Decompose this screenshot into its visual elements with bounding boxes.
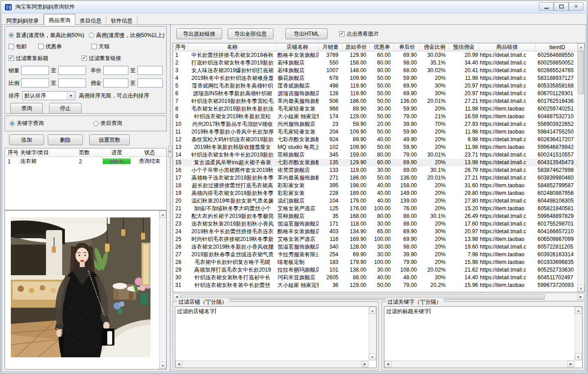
tab-2[interactable]: 类目信息 [75, 15, 106, 25]
photo-scrollbar[interactable] [159, 211, 166, 369]
column-header-price[interactable]: 原始单价 [343, 43, 370, 51]
table-row[interactable]: 30针织连衣裙女装秋冬打底衫中长珂莉米亚旗舰店260588.0040.0048.… [173, 274, 584, 282]
commission-max-input[interactable] [137, 78, 163, 88]
filter-shop-textarea[interactable]: 过滤的店铺名字 [175, 306, 377, 368]
table-row[interactable]: 21加绒/不加绒秋冬季大码蕾丝小个艾格女装严选店125176.00100.007… [173, 205, 584, 212]
table-row[interactable]: 112019秋冬季新款小香风中长款加厚毛毛家轻奢女装204109.9050.00… [173, 128, 584, 136]
tab-1[interactable]: 商品查询 [44, 14, 75, 25]
scroll-down-icon[interactable] [369, 353, 376, 360]
close-button[interactable]: ✕ [569, 2, 583, 11]
column-header-ratio[interactable]: 佣金比例 [420, 43, 449, 51]
column-header-after-price[interactable]: 券后价 [394, 43, 420, 51]
scroll-up-icon[interactable] [575, 307, 582, 314]
stop-button[interactable]: 停止 [49, 103, 82, 114]
table-row[interactable]: 18超长款过膝拼接蕾丝打底毛衣裙高彩彩家女装395198.0040.00158.… [173, 182, 584, 189]
table-row[interactable]: 3女人味连衣裙2019爆款针织打底裙若绎旗舰店1007148.0080.0068… [173, 67, 584, 74]
scroll-down-icon[interactable] [578, 285, 584, 292]
export-html-button[interactable]: 导出HTML [285, 28, 328, 39]
sort-dropdown[interactable]: 默认排序 ▼ [22, 91, 75, 100]
column-header-commission[interactable]: 预估佣金 [449, 43, 479, 51]
table-row[interactable]: 22配大衣的长裙子2019新款冬季极简茁棉旗舰店35168.0080.0088.… [173, 212, 584, 220]
scroll-down-icon[interactable] [160, 362, 166, 369]
maximize-button[interactable] [554, 2, 569, 11]
column-header-name[interactable]: 名称 [188, 43, 277, 51]
column-header-link[interactable]: 商品链接 [479, 43, 536, 51]
scroll-right-icon[interactable] [567, 361, 574, 367]
table-row[interactable]: 28毛衣裙中长款针织复古格子毛呢喵老板定制183179.90100.0079.9… [173, 259, 584, 266]
table-row[interactable]: 242019秋冬中长款蕾丝拼接毛衣连衣酷格丰女装旗舰店403134.9065.0… [173, 228, 584, 235]
query-button[interactable]: 查询 [10, 103, 43, 114]
scroll-up-icon[interactable] [160, 211, 166, 218]
splitter-collapse-button[interactable]: < [168, 146, 172, 157]
price-min-input[interactable] [103, 66, 128, 75]
table-row[interactable]: 26连衣裙女2019秋冬新款小香风收腰笛溢茗服饰旗舰店340128.0030.0… [173, 243, 584, 251]
table-horizontal-scrollbar[interactable] [173, 293, 585, 300]
column-header-sales[interactable]: 月销量 [319, 43, 343, 51]
radio-normal-mode[interactable] [9, 32, 14, 38]
tab-3[interactable]: 软件信息 [106, 15, 137, 25]
filter-keyword-textarea[interactable]: 过滤的标题关键字 [384, 306, 583, 368]
column-header-shop[interactable]: 店铺名称 [277, 43, 319, 51]
table-row[interactable]: 29高领加厚打底毛衣女中长款2019拉拉布丽玛旗舰店101138.0030.00… [173, 266, 584, 274]
column-header-coupon[interactable]: 优惠券 [370, 43, 394, 51]
table-row[interactable]: 12条纹宽松大码针织连衣裙2019新款七彩亦酷女装旗舰92489.9040.00… [173, 136, 584, 143]
table-row[interactable]: 10尚州2017秋季新品羊毛混纺V领收尚州服饰旗舰店2359.9020.0039… [173, 120, 584, 128]
table-row[interactable]: 15复古温柔风吊带ins超火裙子春装七彩亦酷女装旗舰135129.9060.00… [173, 159, 584, 166]
panel-splitter[interactable]: < [168, 25, 172, 371]
radio-category-query[interactable] [93, 121, 99, 126]
set-pages-button[interactable]: 设置页数 [89, 134, 130, 145]
export-all-info-button[interactable]: 导出全部信息 [228, 28, 273, 39]
checkbox-view-image[interactable] [339, 31, 345, 37]
table-row[interactable]: 14针织连衣裙女秋冬中长款2019新款茁棉旗舰店345159.0080.0079… [173, 151, 584, 159]
table-row[interactable]: 25时尚针织毛衣拼接裙2019秋冬季新艾格女装严选店116169.90100.0… [173, 235, 584, 243]
scroll-right-icon[interactable] [577, 294, 584, 300]
table-row[interactable]: 2打底针织连衣裙女秋冬季2019新款若绎旗舰店550158.0060.0098.… [173, 59, 584, 67]
table-row[interactable]: 20温幻秋装2019年新款女装气质名媛温幻旗舰店104179.0040.0013… [173, 197, 584, 205]
minimize-button[interactable] [539, 2, 554, 11]
sales-max-input[interactable] [58, 66, 86, 75]
keyword-row[interactable]: 1 连衣裙 2 100 % 查询结束 [5, 157, 166, 166]
sales-min-input[interactable] [21, 66, 49, 75]
checkbox-dedupe-title[interactable] [9, 55, 14, 61]
column-header-index[interactable]: 序号 [173, 43, 188, 51]
table-vertical-scrollbar[interactable] [577, 43, 584, 292]
commission-min-input[interactable] [103, 78, 128, 88]
table-row[interactable]: 16小个子吊带小黑裙两件套女2019秋依梵霓旗舰店133119.0030.008… [173, 166, 584, 174]
table-row[interactable]: 6源瑞吉INS秋冬季新款高领针织裙源瑞吉服饰旗舰店128119.9050.006… [173, 90, 584, 97]
scroll-up-icon[interactable] [369, 307, 376, 314]
scroll-left-icon[interactable] [384, 361, 392, 367]
ratio-max-input[interactable] [58, 78, 86, 88]
table-row[interactable]: 31针织连衣裙女秋冬装中长款蕾丝大小姐家 独家定制36129.0050.0079… [173, 282, 584, 289]
add-keyword-button[interactable]: 添加 [9, 134, 44, 145]
table-row[interactable]: 17高领格子连衣裙女2019新款秋冬季革尚最美服饰旗舰271186.0050.0… [173, 174, 584, 182]
table-row[interactable]: 19高领内搭毛衣裙女2019新款秋冬季彩彩家女装228189.0040.0014… [173, 189, 584, 197]
scroll-thumb[interactable] [578, 51, 584, 94]
checkbox-tmall[interactable] [91, 44, 97, 49]
table-row[interactable]: 9针织连衣裙女2019秋冬新款宽松大小姐家 独家定制174129.0050.00… [173, 113, 584, 120]
scroll-left-icon[interactable] [175, 361, 182, 367]
scroll-down-icon[interactable] [575, 353, 582, 360]
scroll-up-icon[interactable] [578, 43, 584, 51]
checkbox-free-shipping[interactable] [9, 44, 14, 49]
radio-high-commission-mode[interactable] [89, 32, 94, 38]
checkbox-dedupe-link[interactable] [82, 55, 87, 61]
window-title: 淘宝客阿里妈妈查询软件 [15, 3, 75, 11]
checkbox-coupon[interactable] [38, 44, 44, 49]
table-row[interactable]: 1中长款蕾丝拼接毛衣裙女2019春秋酷格丰女装旗舰店3769129.9060.0… [173, 51, 584, 59]
delete-keyword-button[interactable]: 删除 [48, 134, 83, 145]
tab-0[interactable]: 阿里妈妈登录 [2, 15, 44, 25]
table-row[interactable]: 5莲香妮网红毛衣新款秋冬高领针织莲香妮旗舰店498119.9050.0069.9… [173, 82, 584, 90]
table-row[interactable]: 42019秋冬中长款针织连衣裙修身显极花旗舰店678109.9050.0059.… [173, 74, 584, 82]
column-header-itemid[interactable]: ItemID [536, 43, 579, 51]
export-original-links-button[interactable]: 导出原始链接 [176, 28, 222, 39]
scroll-right-icon[interactable] [361, 361, 369, 367]
table-row[interactable]: 272019新款秋春季金丝绒连衣裙气质卡拉秀服装有限公25469.9030.00… [173, 251, 584, 259]
scroll-thumb[interactable] [181, 294, 545, 300]
ratio-min-input[interactable] [21, 78, 49, 88]
table-row[interactable]: 7针织连衣裙2019新款秋冬季宽松毛革尚最美服饰旗舰506186.0050.00… [173, 97, 584, 105]
price-max-input[interactable] [137, 66, 163, 75]
table-row[interactable]: 132019秋冬装新款韩版收腰显瘦女MQ studio 每周上新102109.9… [173, 143, 584, 151]
table-row[interactable]: 23连衣裙女秋装2019新款初秋小香风笛溢茗服饰旗舰店171118.0030.0… [173, 220, 584, 228]
radio-keyword-query[interactable] [9, 121, 15, 126]
table-row[interactable]: 8毛衣裙女长款2019新款秋冬新款连毛毛家轻奢女装96889.9030.0059… [173, 105, 584, 113]
